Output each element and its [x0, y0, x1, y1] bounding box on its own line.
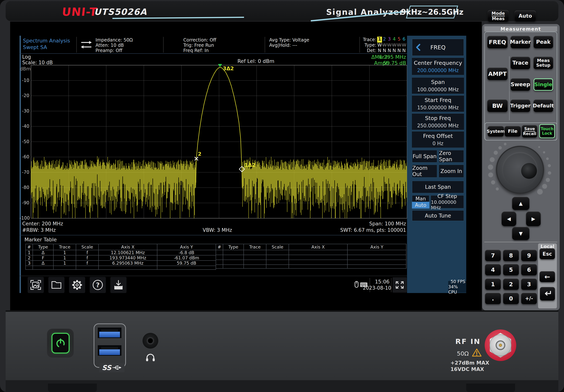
- knob-dot: [543, 151, 545, 153]
- y-tick-label: -90: [20, 200, 29, 205]
- freq-range-badge: 9kHz~26.5GHz: [406, 6, 458, 18]
- power-button[interactable]: [52, 333, 70, 353]
- trigger-hardkey[interactable]: Trigger: [511, 100, 530, 112]
- key-plus-minus[interactable]: +/-: [521, 293, 537, 304]
- freq-hardkey[interactable]: FREQ: [487, 36, 508, 48]
- rf-max-dc-label: 16VDC MAX: [451, 366, 484, 372]
- bw-hardkey[interactable]: BW: [487, 100, 508, 112]
- marker-row-1[interactable]: 1Δ1 f12.100621 MHz-6.8 dB: [26, 250, 216, 255]
- file-manager-button[interactable]: [48, 277, 65, 293]
- auto-tune-button[interactable]: Auto Tune: [412, 210, 464, 221]
- key-0[interactable]: 0: [503, 293, 519, 304]
- marker-row-2[interactable]: 2F1 f193.973440 MHz-61.07 dBm: [26, 255, 216, 260]
- backspace-key[interactable]: ←: [540, 271, 555, 282]
- model-number: UTS5026A: [94, 7, 147, 17]
- menu-item-start-freq[interactable]: Start Freq 150.000000 MHz: [412, 95, 464, 112]
- trace-numbers-row[interactable]: 1 2 3 4 5 6: [377, 37, 407, 43]
- touch-lock-hardkey[interactable]: Touch Lock: [539, 124, 555, 138]
- usb-trident-icon: [112, 365, 122, 370]
- key-4[interactable]: 4: [485, 264, 501, 275]
- rotary-knob[interactable]: [496, 146, 544, 194]
- cf-step-man-toggle[interactable]: Man: [412, 195, 429, 202]
- y-tick-label: -70: [20, 170, 29, 175]
- trace-indicator-label: Trace:: [361, 37, 376, 42]
- knob-dot: [537, 189, 543, 195]
- settings-button[interactable]: [69, 277, 85, 293]
- menu-header[interactable]: FREQ: [412, 39, 464, 56]
- cf-step-button[interactable]: CF Step 10.000000 MHz: [431, 195, 464, 208]
- meas-setup-hardkey[interactable]: MeasSetup: [534, 57, 553, 69]
- save-button[interactable]: [110, 277, 127, 293]
- zoom-in-button[interactable]: Zoom In: [439, 164, 464, 178]
- key-1[interactable]: 1: [485, 279, 501, 290]
- mode-title-line1[interactable]: Spectrum Analysis: [23, 38, 70, 43]
- stand-foot-right: [466, 384, 515, 392]
- y-tick-label: -10: [20, 78, 29, 83]
- trace-types-row: W W W W W W: [377, 43, 407, 48]
- rf-connector: [485, 329, 516, 361]
- screenshot-icon: [30, 279, 42, 291]
- warning-icon: [472, 348, 482, 357]
- screen-left-strip: [20, 36, 21, 293]
- key-8[interactable]: 8: [503, 250, 519, 261]
- center-frequency-value: 200.000000 MHz: [417, 68, 459, 73]
- marker-row-empty: [26, 266, 216, 270]
- system-hardkey[interactable]: System: [488, 126, 504, 136]
- mode-meas-button[interactable]: Mode Meas: [488, 10, 509, 22]
- last-span-button[interactable]: Last Span: [412, 181, 464, 193]
- arrow-down-key[interactable]: ▼: [512, 227, 529, 240]
- spectrum-plot[interactable]: 1Δ223Δ2: [31, 65, 407, 218]
- key-2[interactable]: 2: [503, 279, 519, 290]
- marker-row-3[interactable]: 3Δ1 f6.295063 MHz59.75 dB: [26, 260, 216, 266]
- cf-step-auto-toggle[interactable]: Auto: [412, 202, 429, 208]
- arrow-left-key[interactable]: ◀: [502, 212, 516, 226]
- peak-hardkey[interactable]: Peak: [534, 36, 553, 48]
- key-6[interactable]: 6: [521, 264, 537, 275]
- auto-button-top[interactable]: Auto: [515, 11, 536, 21]
- menu-item-center-frequency[interactable]: Center Frequency 200.000000 MHz: [412, 57, 464, 75]
- key-dot[interactable]: .: [485, 293, 501, 304]
- esc-key[interactable]: Esc: [540, 248, 555, 259]
- screenshot-button[interactable]: [28, 277, 44, 293]
- save-recall-hardkey[interactable]: Save Recall: [522, 125, 537, 137]
- trace-hardkey[interactable]: Trace: [511, 57, 530, 69]
- gear-icon: [71, 279, 83, 291]
- single-hardkey[interactable]: Single: [534, 78, 553, 91]
- default-hardkey[interactable]: Default: [534, 100, 553, 112]
- fullscreen-button[interactable]: [393, 277, 407, 293]
- menu-item-freq-offset[interactable]: Freq Offset 0 Hz: [412, 131, 464, 148]
- impedance-status: Impedance: 50Ω: [96, 38, 133, 43]
- menu-item-stop-freq[interactable]: Stop Freq 250.000000 MHz: [412, 113, 464, 130]
- key-7[interactable]: 7: [485, 250, 501, 261]
- mode-title-line2[interactable]: Swept SA: [23, 45, 47, 50]
- back-chevron-icon[interactable]: [416, 44, 421, 51]
- enter-key[interactable]: [540, 287, 555, 300]
- freq-ref-status: Freq Ref: In: [183, 48, 209, 53]
- zero-span-button[interactable]: Zero Span: [439, 150, 464, 163]
- trace-type-label: Type:: [361, 43, 376, 48]
- freq-range-text: 9kHz~26.5GHz: [401, 8, 464, 16]
- continuous-sweep-icon[interactable]: [79, 40, 94, 51]
- file-hardkey[interactable]: File: [505, 126, 521, 136]
- menu-item-span[interactable]: Span 100.000000 MHz: [412, 77, 464, 94]
- rf-impedance-label: 50Ω: [457, 350, 469, 357]
- help-button[interactable]: ?: [90, 277, 106, 293]
- zoom-out-button[interactable]: Zoom Out: [412, 164, 437, 178]
- key-3[interactable]: 3: [521, 279, 537, 290]
- expand-arrows-icon: [394, 280, 405, 290]
- rf-center-pin: [499, 344, 502, 347]
- ampt-hardkey[interactable]: AMPT: [487, 68, 508, 80]
- sweep-hardkey[interactable]: Sweep: [511, 78, 530, 91]
- full-span-button[interactable]: Full Span: [412, 150, 437, 163]
- arrow-right-key[interactable]: ▶: [526, 212, 541, 226]
- headphone-jack: [142, 333, 158, 349]
- key-5[interactable]: 5: [503, 264, 519, 275]
- y-tick-label: -40: [20, 124, 29, 129]
- marker-hardkey[interactable]: Marker: [511, 36, 530, 48]
- svg-text:3Δ2: 3Δ2: [223, 66, 234, 71]
- arrow-up-key[interactable]: ▲: [512, 197, 529, 210]
- usb-port-2: [97, 345, 122, 356]
- ref-level-readout[interactable]: Ref Lel: 0 dBm: [238, 59, 274, 64]
- key-9[interactable]: 9: [521, 250, 537, 261]
- measurement-section-label: Measurement: [500, 26, 541, 32]
